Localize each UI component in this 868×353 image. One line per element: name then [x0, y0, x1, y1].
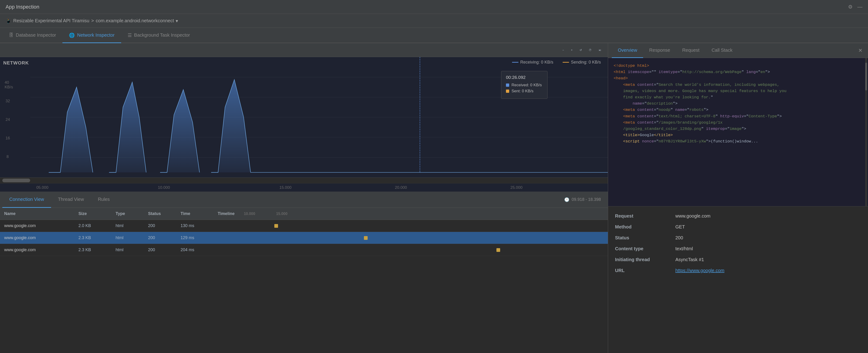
y-label-40: 40 KB/s [5, 80, 13, 90]
network-tab-label: Network Inspector [77, 32, 115, 38]
row2-size: 2.3 KB [76, 235, 114, 240]
detail-tab-callstack[interactable]: Call Stack [706, 43, 739, 58]
initiating-thread-key: Initiating thread [615, 257, 675, 262]
code-scrollbar-thumb[interactable] [865, 63, 867, 91]
sub-tab-connection[interactable]: Connection View [2, 192, 51, 208]
device-label: Resizable Experimental API Tiramisu [13, 18, 89, 24]
chart-scrollbar[interactable] [0, 178, 608, 183]
status-key: Status [615, 235, 675, 240]
detail-tab-overview[interactable]: Overview [612, 43, 643, 58]
code-view: <!doctype html> <html itemscope="" itemt… [608, 58, 868, 206]
status-value: 200 [675, 235, 683, 240]
detail-tab-request[interactable]: Request [676, 43, 706, 58]
tab-network[interactable]: 🌐 Network Inspector [62, 28, 121, 43]
initiating-thread-value: AsyncTask #1 [675, 257, 704, 262]
content-type-key: Content type [615, 246, 675, 251]
chart-area: NETWORK 40 KB/s 32 24 16 8 [0, 57, 608, 178]
time-icon[interactable]: ⏱ [589, 49, 592, 52]
y-label-16: 16 [6, 136, 10, 140]
app-title: App Inspection [6, 4, 39, 10]
chart-toolbar: − + ↺ ⏱ ⏯ [0, 43, 608, 57]
sub-tab-rules[interactable]: Rules [91, 192, 117, 208]
col-type[interactable]: Type [114, 211, 146, 216]
col-name[interactable]: Name [2, 211, 76, 216]
title-bar-icons: ⚙ — [848, 4, 862, 10]
row2-status: 200 [146, 235, 179, 240]
row3-time: 204 ms [179, 248, 216, 252]
code-line: /googleg_standard_color_128dp.png" itemp… [614, 126, 862, 132]
zoom-out-icon[interactable]: − [562, 49, 564, 52]
time-tick-10: 10.000 [158, 185, 170, 190]
minimize-icon[interactable]: — [857, 4, 862, 10]
y-label-32: 32 [6, 99, 10, 103]
col-time[interactable]: Time [179, 211, 216, 216]
code-line: <meta content="/images/branding/googleg/… [614, 120, 862, 126]
detail-status-row: Status 200 [615, 235, 861, 240]
detail-tabs: Overview Response Request Call Stack [612, 43, 739, 58]
table-row[interactable]: www.google.com 2.3 KB html 200 204 ms [0, 244, 608, 256]
tasks-tab-label: Background Task Inspector [134, 32, 190, 38]
settings-icon[interactable]: ⚙ [848, 4, 853, 10]
row3-timeline [216, 244, 606, 256]
request-key: Request [615, 213, 675, 219]
row2-type: html [114, 235, 146, 240]
close-button[interactable]: ✕ [857, 46, 864, 55]
time-tick-15: 15.000 [279, 185, 291, 190]
url-value[interactable]: https://www.google.com [675, 268, 724, 273]
response-tab-label: Response [649, 47, 670, 53]
tooltip-time: 00:26.092 [506, 75, 542, 80]
table-row[interactable]: www.google.com 2.3 KB html 200 129 ms [0, 232, 608, 244]
url-key: URL [615, 268, 675, 273]
row1-type: html [114, 223, 146, 228]
detail-content-type-row: Content type text/html [615, 246, 861, 251]
col-status[interactable]: Status [146, 211, 179, 216]
detail-info: Request www.google.com Method GET Status… [608, 206, 868, 353]
code-line: <meta content="noodp" name="robots"> [614, 107, 862, 113]
sub-tab-bar: Connection View Thread View Rules 🕐 09.9… [0, 192, 608, 208]
tooltip-received: Received: 0 KB/s [506, 83, 542, 88]
detail-header: Overview Response Request Call Stack ✕ [608, 43, 868, 58]
row3-type: html [114, 248, 146, 252]
row3-status: 200 [146, 248, 179, 252]
code-line: <script nonce="n07YBJ1YR8wFl3t5-yXw">(fu… [614, 138, 862, 145]
overview-tab-label: Overview [618, 47, 637, 53]
sub-tab-thread[interactable]: Thread View [51, 192, 91, 208]
row1-time: 130 ms [179, 223, 216, 228]
title-bar: App Inspection ⚙ — [0, 0, 868, 14]
content-type-value: text/html [675, 246, 693, 251]
col-timeline[interactable]: Timeline 10.000 15.000 [216, 211, 606, 216]
row2-time: 129 ms [179, 235, 216, 240]
database-tab-icon: 🗄 [9, 32, 13, 38]
breadcrumb-bar: 📱 Resizable Experimental API Tiramisu > … [0, 14, 868, 28]
play-icon[interactable]: ⏯ [598, 49, 601, 52]
chart-svg: Receiving: 0 KB/s Sending: 0 KB/s 00:26.… [30, 57, 608, 178]
reset-icon[interactable]: ↺ [580, 49, 582, 52]
tab-database[interactable]: 🗄 Database Inspector [2, 28, 62, 43]
code-line: <!doctype html> [614, 63, 862, 69]
package-name: com.example.android.networkconnect [96, 18, 174, 24]
separator-icon: > [91, 18, 94, 24]
scrollbar-thumb[interactable] [2, 179, 30, 182]
thread-tab-label: Thread View [58, 197, 84, 202]
code-line: find exactly what you're looking for." [614, 94, 862, 100]
row3-name: www.google.com [2, 248, 76, 252]
code-scrollbar[interactable] [865, 58, 867, 206]
tooltip-sent-label: Sent: 0 KB/s [512, 89, 533, 93]
dropdown-icon[interactable]: ▾ [176, 18, 178, 24]
device-icon: 📱 [6, 18, 11, 24]
row1-name: www.google.com [2, 223, 76, 228]
connection-table[interactable]: Name Size Type Status Time Timeline 10.0… [0, 208, 608, 353]
connection-tab-label: Connection View [9, 197, 44, 202]
chart-tooltip: 00:26.092 Received: 0 KB/s Sent: 0 KB/s [501, 71, 548, 99]
time-range-label: 09.918 - 18.398 [571, 197, 601, 202]
request-tab-label: Request [682, 47, 700, 53]
chart-legend: Receiving: 0 KB/s Sending: 0 KB/s [512, 60, 601, 65]
code-line: <head> [614, 75, 862, 82]
tab-tasks[interactable]: ☰ Background Task Inspector [121, 28, 196, 43]
col-size[interactable]: Size [76, 211, 114, 216]
detail-tab-response[interactable]: Response [643, 43, 676, 58]
zoom-in-icon[interactable]: + [571, 49, 572, 52]
code-line: <meta content="Search the world's inform… [614, 82, 862, 88]
table-row[interactable]: www.google.com 2.0 KB html 200 130 ms [0, 220, 608, 232]
code-line: <meta content="text/html; charset=UTF-8"… [614, 113, 862, 120]
